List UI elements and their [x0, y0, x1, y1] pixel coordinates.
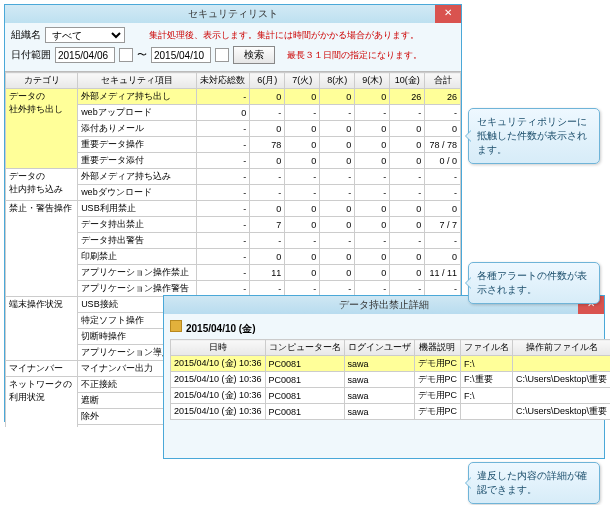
value-cell: 2015/04/10 (金) 10:36: [171, 388, 266, 404]
table-row[interactable]: データの社内持ち込み外部メディア持ち込み-------: [6, 169, 461, 185]
col-header[interactable]: 8(水): [320, 73, 355, 89]
col-header[interactable]: 9(木): [355, 73, 390, 89]
item-cell: webアップロード: [78, 105, 197, 121]
value-cell: 0: [355, 217, 390, 233]
value-cell: -: [250, 169, 285, 185]
value-cell: -: [425, 233, 461, 249]
item-cell: アプリケーション操作禁止: [78, 265, 197, 281]
value-cell: [461, 404, 513, 420]
value-cell: 0: [390, 217, 425, 233]
col-header[interactable]: 7(火): [285, 73, 320, 89]
value-cell: -: [355, 233, 390, 249]
search-button[interactable]: 検索: [233, 46, 275, 64]
org-label: 組織名: [11, 28, 41, 42]
col-header[interactable]: カテゴリ: [6, 73, 78, 89]
value-cell: 7 / 7: [425, 217, 461, 233]
item-cell: webダウンロード: [78, 185, 197, 201]
tilde: 〜: [137, 48, 147, 62]
value-cell: PC0081: [265, 388, 344, 404]
table-row[interactable]: 禁止・警告操作USB利用禁止-000000: [6, 201, 461, 217]
value-cell: 0: [425, 201, 461, 217]
window-title: セキュリティリスト: [188, 8, 278, 19]
value-cell: -: [196, 265, 250, 281]
value-cell: 26: [425, 89, 461, 105]
value-cell: -: [250, 105, 285, 121]
category-cell: ネットワークの利用状況: [6, 377, 78, 428]
calendar-icon[interactable]: [119, 48, 133, 62]
value-cell: 2015/04/10 (金) 10:36: [171, 372, 266, 388]
category-cell: 端末操作状況: [6, 297, 78, 361]
table-row[interactable]: 2015/04/10 (金) 10:36PC0081sawaデモ用PCF:\: [171, 388, 611, 404]
col-header[interactable]: コンピューター名: [265, 340, 344, 356]
calendar-icon[interactable]: [215, 48, 229, 62]
value-cell: 0: [285, 153, 320, 169]
col-header[interactable]: 操作前ファイル名: [513, 340, 610, 356]
value-cell: -: [196, 249, 250, 265]
col-header[interactable]: ファイル名: [461, 340, 513, 356]
note-line1: 集計処理後、表示します。集計には時間がかかる場合があります。: [149, 30, 419, 41]
org-select[interactable]: すべて: [45, 27, 125, 43]
detail-grid[interactable]: 日時コンピューター名ログインユーザ機器説明ファイル名操作前ファイル名2015/0…: [170, 339, 610, 420]
date-from-input[interactable]: [55, 47, 115, 63]
value-cell: 0: [390, 137, 425, 153]
date-to-input[interactable]: [151, 47, 211, 63]
col-header[interactable]: ログインユーザ: [344, 340, 414, 356]
value-cell: -: [250, 233, 285, 249]
category-cell: データの社内持ち込み: [6, 169, 78, 201]
col-header[interactable]: 10(金): [390, 73, 425, 89]
value-cell: 0: [390, 249, 425, 265]
item-cell: データ持出警告: [78, 233, 197, 249]
value-cell: -: [285, 185, 320, 201]
value-cell: -: [196, 89, 250, 105]
value-cell: -: [285, 233, 320, 249]
detail-date: 2015/04/10 (金): [186, 323, 256, 334]
value-cell: -: [196, 121, 250, 137]
value-cell: -: [196, 201, 250, 217]
value-cell: デモ用PC: [414, 356, 461, 372]
window-title: データ持出禁止詳細: [339, 299, 429, 310]
value-cell: -: [320, 169, 355, 185]
value-cell: -: [196, 233, 250, 249]
value-cell: 0: [425, 121, 461, 137]
value-cell: -: [425, 185, 461, 201]
value-cell: -: [196, 217, 250, 233]
value-cell: 0: [320, 217, 355, 233]
value-cell: 0: [320, 121, 355, 137]
value-cell: -: [320, 233, 355, 249]
value-cell: -: [390, 185, 425, 201]
value-cell: 0: [355, 153, 390, 169]
callout-detail: 違反した内容の詳細が確認できます。: [468, 462, 600, 504]
col-header[interactable]: セキュリティ項目: [78, 73, 197, 89]
value-cell: [513, 388, 610, 404]
value-cell: 0: [355, 137, 390, 153]
col-header[interactable]: 日時: [171, 340, 266, 356]
value-cell: 11: [250, 265, 285, 281]
category-cell: マイナンバー: [6, 361, 78, 377]
value-cell: 78: [250, 137, 285, 153]
value-cell: 0: [285, 201, 320, 217]
callout-alerts: 各種アラートの件数が表示されます。: [468, 262, 600, 304]
col-header[interactable]: 6(月): [250, 73, 285, 89]
value-cell: 0: [390, 265, 425, 281]
toolbar: 組織名 すべて 集計処理後、表示します。集計には時間がかかる場合があります。 日…: [5, 23, 461, 71]
value-cell: 0: [390, 153, 425, 169]
value-cell: 2015/04/10 (金) 10:36: [171, 404, 266, 420]
value-cell: -: [425, 169, 461, 185]
col-header[interactable]: 機器説明: [414, 340, 461, 356]
value-cell: -: [196, 169, 250, 185]
value-cell: 0: [250, 153, 285, 169]
table-row[interactable]: 2015/04/10 (金) 10:36PC0081sawaデモ用PCF:\重要…: [171, 372, 611, 388]
table-row[interactable]: 2015/04/10 (金) 10:36PC0081sawaデモ用PCF:\: [171, 356, 611, 372]
col-header[interactable]: 合計: [425, 73, 461, 89]
col-header[interactable]: 未対応総数: [196, 73, 250, 89]
value-cell: C:\Users\Desktop\重要: [513, 404, 610, 420]
table-row[interactable]: データの社外持ち出し外部メディア持ち出し-00002626: [6, 89, 461, 105]
note-line2: 最長３１日間の指定になります。: [287, 50, 422, 61]
close-icon[interactable]: ✕: [435, 5, 461, 23]
value-cell: 0: [355, 201, 390, 217]
value-cell: -: [196, 137, 250, 153]
value-cell: 11 / 11: [425, 265, 461, 281]
value-cell: -: [390, 169, 425, 185]
table-row[interactable]: 2015/04/10 (金) 10:36PC0081sawaデモ用PCC:\Us…: [171, 404, 611, 420]
value-cell: 2015/04/10 (金) 10:36: [171, 356, 266, 372]
